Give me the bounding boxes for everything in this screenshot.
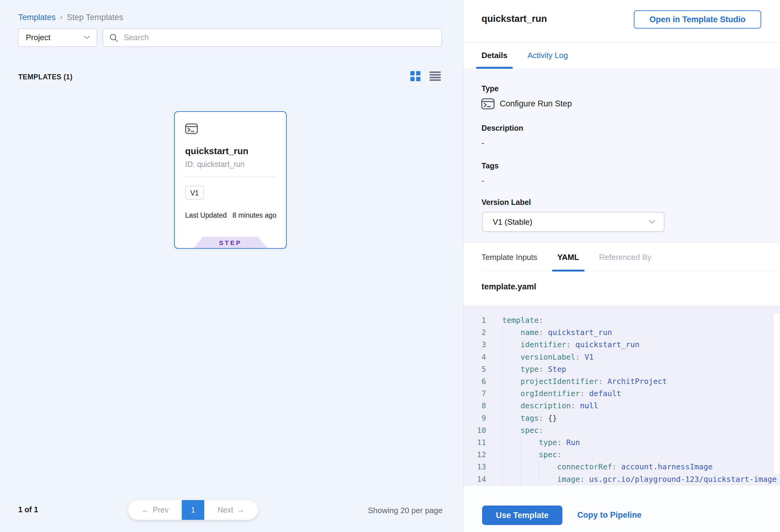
last-updated-value: 8 minutes ago [233, 211, 276, 220]
breadcrumb-templates-link[interactable]: Templates [18, 13, 56, 22]
yaml-line-11: 11 type: Run [464, 437, 780, 449]
breadcrumb: Templates › Step Templates [18, 13, 123, 22]
type-label: Type [482, 84, 499, 93]
yaml-line-4: 4 versionLabel: V1 [464, 351, 780, 363]
tab-activity-log[interactable]: Activity Log [527, 42, 568, 69]
details-section: Type Configure Run Step Description - Ta… [464, 69, 780, 243]
yaml-line-1: 1template: [464, 315, 780, 327]
version-badge: V1 [185, 186, 204, 200]
tab-details[interactable]: Details [482, 42, 507, 69]
actions-bar: Use Template Copy to Pipeline [464, 485, 780, 532]
templates-list-panel: Templates › Step Templates Project TEMPL… [0, 0, 464, 532]
yaml-line-10: 10 spec: [464, 424, 780, 437]
panel-title: quickstart_run [482, 13, 547, 24]
yaml-line-7: 7 orgIdentifier: default [464, 388, 780, 400]
breadcrumb-chevron-icon: › [60, 12, 63, 22]
template-details-panel: quickstart_run Open in Template Studio D… [464, 0, 780, 532]
prev-page-button[interactable]: ← Prev [128, 500, 182, 520]
yaml-line-8: 8 description: null [464, 400, 780, 412]
yaml-line-5: 5 type: Step [464, 363, 780, 376]
page-1-button[interactable]: 1 [182, 500, 204, 520]
next-label: Next [217, 505, 233, 514]
search-input[interactable] [123, 33, 435, 43]
version-select[interactable]: V1 (Stable) [482, 212, 665, 232]
template-card[interactable]: quickstart_run ID: quickstart_run V1 Las… [174, 111, 287, 249]
last-updated-label: Last Updated [185, 211, 227, 220]
yaml-tabbar: Template Inputs YAML Referenced By [482, 243, 780, 272]
next-page-button[interactable]: Next → [204, 500, 258, 520]
pager: ← Prev 1 Next → [128, 500, 258, 520]
tags-label: Tags [482, 161, 499, 170]
card-divider [185, 177, 277, 177]
tab-yaml[interactable]: YAML [557, 243, 579, 272]
page-count-label: 1 of 1 [18, 505, 38, 514]
open-in-template-studio-button[interactable]: Open in Template Studio [634, 10, 761, 29]
list-view-button[interactable] [430, 71, 441, 81]
arrow-left-icon: ← [142, 505, 149, 514]
editor-scrollbar[interactable] [773, 313, 780, 474]
use-template-button[interactable]: Use Template [482, 505, 563, 525]
type-value: Configure Run Step [500, 99, 572, 108]
yaml-line-2: 2 name: quickstart_run [464, 327, 780, 339]
type-value-row: Configure Run Step [481, 98, 572, 109]
breadcrumb-current: Step Templates [67, 13, 124, 22]
tab-template-inputs[interactable]: Template Inputs [482, 243, 537, 272]
view-toggles [410, 71, 441, 81]
run-step-icon [185, 124, 198, 134]
search-icon [109, 33, 118, 42]
run-step-icon [481, 98, 495, 109]
card-last-updated: Last Updated 8 minutes ago [185, 211, 276, 220]
templates-count-label: TEMPLATES (1) [18, 73, 72, 81]
scope-select-value: Project [26, 33, 50, 42]
yaml-line-12: 12 spec: [464, 449, 780, 461]
card-title: quickstart_run [185, 146, 248, 156]
tab-referenced-by[interactable]: Referenced By [599, 243, 651, 272]
arrow-right-icon: → [237, 505, 244, 514]
details-tabbar: Details Activity Log [482, 42, 568, 69]
chevron-down-icon [84, 36, 90, 40]
description-label: Description [482, 124, 524, 133]
step-type-ribbon: STEP [194, 237, 267, 248]
tags-value: - [482, 176, 484, 185]
per-page-label: Showing 20 per page [368, 506, 443, 515]
yaml-line-3: 3 identifier: quickstart_run [464, 339, 780, 351]
chevron-down-icon [649, 220, 655, 224]
app-root: Templates › Step Templates Project TEMPL… [0, 0, 780, 532]
version-select-value: V1 (Stable) [493, 217, 532, 227]
prev-label: Prev [153, 505, 168, 514]
yaml-line-9: 9 tags: {} [464, 412, 780, 424]
description-value: - [482, 138, 484, 148]
card-id: ID: quickstart_run [185, 160, 245, 169]
grid-view-button[interactable] [410, 71, 421, 81]
version-label: Version Label [482, 198, 531, 207]
search-box [102, 28, 442, 47]
yaml-line-13: 13 connectorRef: account.harnessImage [464, 461, 780, 473]
copy-to-pipeline-link[interactable]: Copy to Pipeline [577, 511, 642, 520]
yaml-file-name: template.yaml [482, 282, 536, 292]
yaml-editor[interactable]: 1template:2 name: quickstart_run3 identi… [464, 306, 780, 485]
scope-select[interactable]: Project [18, 28, 97, 47]
yaml-line-14: 14 image: us.gcr.io/playground-123/quick… [464, 473, 780, 485]
yaml-line-6: 6 projectIdentifier: ArchitProject [464, 376, 780, 388]
